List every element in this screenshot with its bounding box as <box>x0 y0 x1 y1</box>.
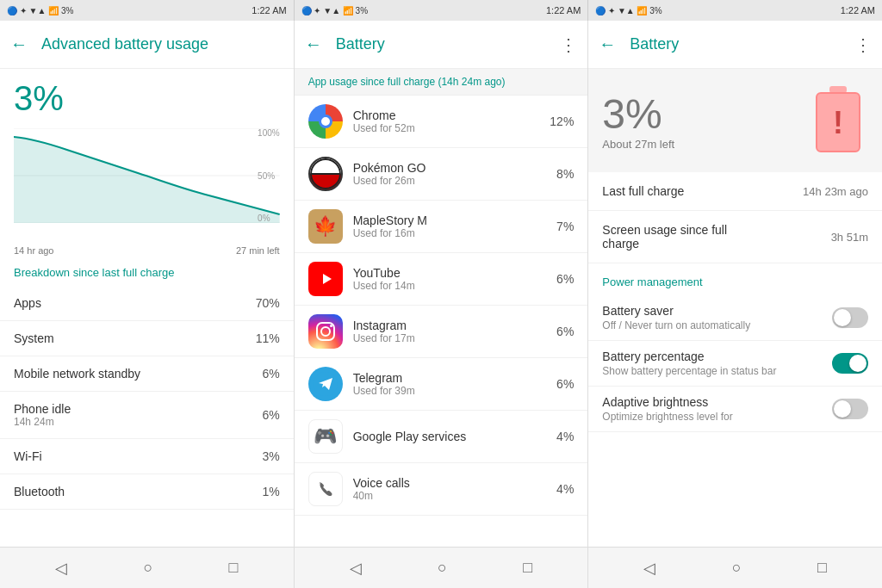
battery-icon-container: ! <box>808 86 868 155</box>
bottom-nav-3: ◁ ○ □ <box>588 548 882 588</box>
home-nav-1[interactable]: ○ <box>143 559 152 577</box>
usage-label-bluetooth: Bluetooth <box>14 485 65 498</box>
back-nav-2[interactable]: ◁ <box>350 559 362 578</box>
app-row-instagram[interactable]: Instagram Used for 17m 6% <box>295 306 588 358</box>
bottom-nav-1: ◁ ○ □ <box>0 548 295 588</box>
screen-usage-row[interactable]: Screen usage since full charge 3h 51m <box>588 211 882 263</box>
bottom-nav-2: ◁ ○ □ <box>295 548 589 588</box>
usage-pct-apps: 70% <box>256 296 280 310</box>
recent-nav-3[interactable]: □ <box>817 559 827 577</box>
app-info-maplestory: MapleStory M Used for 16m <box>353 214 556 239</box>
adaptive-toggle[interactable] <box>832 399 868 419</box>
recent-nav-1[interactable]: □ <box>229 559 239 577</box>
usage-row-apps[interactable]: Apps 70% <box>0 286 294 321</box>
telegram-icon <box>308 367 343 401</box>
app-usage-header: App usage since full charge (14h 24m ago… <box>295 69 588 96</box>
usage-row-mobile[interactable]: Mobile network standby 6% <box>0 356 294 392</box>
battery-saver-knob <box>834 309 851 326</box>
chrome-icon <box>308 104 343 139</box>
usage-row-system[interactable]: System 11% <box>0 321 294 356</box>
back-nav-3[interactable]: ◁ <box>643 559 655 578</box>
usage-pct-mobile: 6% <box>262 367 279 381</box>
panel3-header: ← Battery ⋮ <box>588 21 882 69</box>
app-row-voicecalls[interactable]: Voice calls 40m 4% <box>295 463 588 516</box>
usage-sublabel-phone: 14h 24m <box>14 416 71 428</box>
battery-pct-row[interactable]: Battery percentage Show battery percenta… <box>588 341 882 387</box>
svg-point-6 <box>321 327 330 336</box>
recent-nav-2[interactable]: □ <box>523 559 532 577</box>
instagram-icon <box>308 314 343 349</box>
screen-usage-value: 3h 51m <box>831 231 868 244</box>
battery-saver-toggle[interactable] <box>832 307 868 328</box>
voicecalls-icon <box>308 472 343 506</box>
battery-pct-toggle[interactable] <box>832 353 868 374</box>
usage-label-mobile: Mobile network standby <box>14 367 140 381</box>
usage-pct-phone: 6% <box>262 408 279 422</box>
last-full-charge-row[interactable]: Last full charge 14h 23m ago <box>588 172 882 211</box>
panel-battery-settings: ← Battery ⋮ 3% About 27m left ! Last ful… <box>588 21 882 547</box>
back-button-2[interactable]: ← <box>305 34 322 54</box>
app-info-voicecalls: Voice calls 40m <box>353 476 556 502</box>
battery-left-info: 3% About 27m left <box>602 90 674 151</box>
status-icons-3: 🔵 ✦ ▼▲ 📶 3% <box>595 6 662 15</box>
usage-label-phone: Phone idle <box>14 402 71 416</box>
status-bar-1: 🔵 ✦ ▼▲ 📶 3% 1:22 AM <box>0 0 295 21</box>
svg-rect-9 <box>829 86 847 93</box>
app-info-telegram: Telegram Used for 39m <box>353 371 556 397</box>
panel-advanced-battery: ← Advanced battery usage 3% 100% 50% 0% <box>0 21 295 547</box>
usage-row-phone-idle[interactable]: Phone idle 14h 24m 6% <box>0 392 294 439</box>
adaptive-brightness-row[interactable]: Adaptive brightness Optimize brightness … <box>588 387 882 432</box>
app-info-pokemon: Pokémon GO Used for 26m <box>353 161 556 187</box>
battery-saver-sub: Off / Never turn on automatically <box>602 319 825 331</box>
adaptive-sub: Optimize brightness level for <box>602 411 825 423</box>
playservices-icon: 🎮 <box>308 419 343 454</box>
app-row-maplestory[interactable]: 🍁 MapleStory M Used for 16m 7% <box>295 201 588 253</box>
usage-pct-bluetooth: 1% <box>262 485 279 498</box>
battery-pct-label: Battery percentage <box>602 350 825 363</box>
battery-status-box: 3% About 27m left ! <box>588 69 882 172</box>
app-row-chrome[interactable]: Chrome Used for 52m 12% <box>295 96 588 148</box>
panel3-title: Battery <box>630 35 854 53</box>
usage-label-wifi: Wi-Fi <box>14 449 42 463</box>
breakdown-header: Breakdown since last full charge <box>0 256 294 286</box>
app-info-youtube: YouTube Used for 14m <box>353 266 556 292</box>
more-menu-3[interactable]: ⋮ <box>854 34 872 55</box>
more-menu-2[interactable]: ⋮ <box>560 34 577 55</box>
back-button-1[interactable]: ← <box>10 34 28 54</box>
y-axis-labels: 100% 50% 0% <box>258 128 280 223</box>
home-nav-2[interactable]: ○ <box>438 559 447 577</box>
usage-label-apps: Apps <box>14 296 41 310</box>
power-mgmt-header: Power management <box>588 263 882 295</box>
app-row-playservices[interactable]: 🎮 Google Play services 4% <box>295 411 588 463</box>
chart-x-labels: 14 hr ago 27 min left <box>0 245 294 256</box>
back-nav-1[interactable]: ◁ <box>55 559 67 578</box>
battery-warning-icon: ! <box>812 86 864 155</box>
status-bar-2: 🔵 ✦ ▼▲ 📶 3% 1:22 AM <box>295 0 589 21</box>
usage-label-system: System <box>14 331 54 345</box>
app-info-chrome: Chrome Used for 52m <box>353 108 550 134</box>
battery-pct-large: 3% <box>0 69 294 121</box>
home-nav-3[interactable]: ○ <box>732 559 742 577</box>
app-row-telegram[interactable]: Telegram Used for 39m 6% <box>295 358 588 411</box>
pokemon-icon <box>308 157 343 191</box>
back-button-3[interactable]: ← <box>599 34 616 54</box>
last-charge-value: 14h 23m ago <box>803 185 868 198</box>
svg-text:!: ! <box>833 105 843 140</box>
battery-saver-label: Battery saver <box>602 304 825 318</box>
app-info-instagram: Instagram Used for 17m <box>353 319 556 344</box>
bottom-navs: ◁ ○ □ ◁ ○ □ ◁ ○ □ <box>0 547 882 588</box>
status-bars: 🔵 ✦ ▼▲ 📶 3% 1:22 AM 🔵 ✦ ▼▲ 📶 3% 1:22 AM … <box>0 0 882 21</box>
panel1-title: Advanced battery usage <box>41 35 283 53</box>
app-row-pokemon[interactable]: Pokémon GO Used for 26m 8% <box>295 148 588 201</box>
battery-pct-sub: Show battery percentage in status bar <box>602 365 825 377</box>
screen-usage-label: Screen usage since full charge <box>602 223 757 251</box>
app-row-youtube[interactable]: YouTube Used for 14m 6% <box>295 253 588 306</box>
last-charge-label: Last full charge <box>602 184 684 198</box>
usage-row-wifi[interactable]: Wi-Fi 3% <box>0 439 294 474</box>
usage-row-bluetooth[interactable]: Bluetooth 1% <box>0 474 294 510</box>
panel-battery-apps: ← Battery ⋮ App usage since full charge … <box>295 21 589 547</box>
status-bar-3: 🔵 ✦ ▼▲ 📶 3% 1:22 AM <box>588 0 882 21</box>
youtube-icon <box>308 262 343 296</box>
battery-pct-knob <box>849 355 866 372</box>
battery-saver-row[interactable]: Battery saver Off / Never turn on automa… <box>588 295 882 341</box>
